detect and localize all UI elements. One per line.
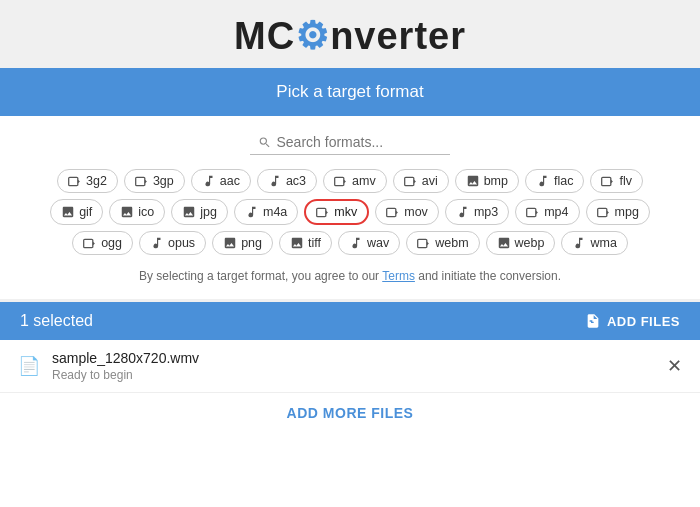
- terms-text: By selecting a target format, you agree …: [0, 261, 700, 287]
- add-files-button[interactable]: ADD FILES: [585, 313, 680, 329]
- search-icon: [258, 135, 272, 150]
- svg-rect-14: [527, 208, 536, 216]
- format-icon-tiff: [290, 236, 304, 250]
- format-label-3g2: 3g2: [86, 174, 107, 188]
- svg-rect-12: [387, 208, 396, 216]
- format-chip-webp[interactable]: webp: [486, 231, 556, 255]
- format-chip-flv[interactable]: flv: [590, 169, 643, 193]
- file-icon: 📄: [18, 355, 40, 377]
- format-label-m4a: m4a: [263, 205, 287, 219]
- svg-rect-6: [404, 177, 413, 185]
- svg-marker-17: [606, 210, 608, 214]
- format-label-tiff: tiff: [308, 236, 321, 250]
- format-label-ac3: ac3: [286, 174, 306, 188]
- svg-marker-19: [93, 241, 95, 245]
- format-chip-ico[interactable]: ico: [109, 199, 165, 225]
- format-label-mp4: mp4: [544, 205, 568, 219]
- app-header: MC⚙nverter: [0, 0, 700, 68]
- format-label-jpg: jpg: [200, 205, 217, 219]
- add-more-files-button[interactable]: ADD MORE FILES: [287, 405, 414, 421]
- title-text-right: nverter: [330, 15, 466, 57]
- format-panel-title: Pick a target format: [276, 82, 423, 101]
- format-icon-gif: [61, 205, 75, 219]
- svg-marker-5: [344, 179, 346, 183]
- format-chip-tiff[interactable]: tiff: [279, 231, 332, 255]
- terms-before: By selecting a target format, you agree …: [139, 269, 382, 283]
- format-icon-ac3: [268, 174, 282, 188]
- format-label-bmp: bmp: [484, 174, 508, 188]
- format-chip-gif[interactable]: gif: [50, 199, 103, 225]
- format-icon-flac: [536, 174, 550, 188]
- format-label-webp: webp: [515, 236, 545, 250]
- format-chip-avi[interactable]: avi: [393, 169, 449, 193]
- format-label-png: png: [241, 236, 262, 250]
- format-chip-aac[interactable]: aac: [191, 169, 251, 193]
- format-chip-mp3[interactable]: mp3: [445, 199, 509, 225]
- search-input[interactable]: [277, 134, 443, 150]
- format-icon-bmp: [466, 174, 480, 188]
- format-chip-mpg[interactable]: mpg: [586, 199, 650, 225]
- format-chip-wma[interactable]: wma: [561, 231, 627, 255]
- format-chip-flac[interactable]: flac: [525, 169, 584, 193]
- app-title: MC⚙nverter: [0, 14, 700, 58]
- format-icon-avi: [404, 174, 418, 188]
- format-chip-mov[interactable]: mov: [375, 199, 439, 225]
- format-chip-mkv[interactable]: mkv: [304, 199, 369, 225]
- format-chip-ogg[interactable]: ogg: [72, 231, 133, 255]
- terms-link[interactable]: Terms: [382, 269, 415, 283]
- format-label-amv: amv: [352, 174, 376, 188]
- file-info: sample_1280x720.wmv Ready to begin: [52, 350, 667, 382]
- format-icon-webp: [497, 236, 511, 250]
- format-panel-header: Pick a target format: [0, 68, 700, 116]
- format-chip-3gp[interactable]: 3gp: [124, 169, 185, 193]
- format-icon-aac: [202, 174, 216, 188]
- format-chip-ac3[interactable]: ac3: [257, 169, 317, 193]
- format-icon-mp3: [456, 205, 470, 219]
- add-files-label: ADD FILES: [607, 314, 680, 329]
- format-label-mp3: mp3: [474, 205, 498, 219]
- svg-rect-0: [69, 177, 78, 185]
- svg-rect-8: [602, 177, 611, 185]
- file-remove-button[interactable]: ✕: [667, 355, 682, 377]
- format-icon-mov: [386, 205, 400, 219]
- format-label-mov: mov: [404, 205, 428, 219]
- format-chip-3g2[interactable]: 3g2: [57, 169, 118, 193]
- format-panel: Pick a target format 3g23gpaacac3amvavib…: [0, 68, 700, 299]
- format-chip-opus[interactable]: opus: [139, 231, 206, 255]
- add-files-icon: [585, 313, 601, 329]
- format-icon-mkv: [316, 205, 330, 219]
- format-chip-webm[interactable]: webm: [406, 231, 479, 255]
- svg-rect-4: [335, 177, 344, 185]
- format-label-webm: webm: [435, 236, 468, 250]
- file-status: Ready to begin: [52, 368, 667, 382]
- format-icon-png: [223, 236, 237, 250]
- format-icon-jpg: [182, 205, 196, 219]
- svg-rect-20: [418, 239, 427, 247]
- selected-count: 1 selected: [20, 312, 93, 330]
- format-chip-mp4[interactable]: mp4: [515, 199, 579, 225]
- format-icon-amv: [334, 174, 348, 188]
- format-chip-wav[interactable]: wav: [338, 231, 400, 255]
- terms-after: and initiate the conversion.: [415, 269, 561, 283]
- format-label-wma: wma: [590, 236, 616, 250]
- file-panel-header: 1 selected ADD FILES: [0, 302, 700, 340]
- format-icon-webm: [417, 236, 431, 250]
- format-chip-jpg[interactable]: jpg: [171, 199, 228, 225]
- format-icon-opus: [150, 236, 164, 250]
- format-icon-3g2: [68, 174, 82, 188]
- format-chip-amv[interactable]: amv: [323, 169, 387, 193]
- format-chip-m4a[interactable]: m4a: [234, 199, 298, 225]
- svg-marker-1: [78, 179, 80, 183]
- file-panel: 1 selected ADD FILES 📄 sample_1280x720.w…: [0, 299, 700, 507]
- format-icon-ico: [120, 205, 134, 219]
- format-chip-bmp[interactable]: bmp: [455, 169, 519, 193]
- gear-icon: ⚙: [295, 14, 330, 58]
- svg-marker-15: [536, 210, 538, 214]
- svg-marker-11: [326, 210, 328, 214]
- svg-rect-16: [597, 208, 606, 216]
- add-more-section: ADD MORE FILES: [0, 393, 700, 433]
- search-box: [250, 130, 450, 155]
- format-label-mpg: mpg: [615, 205, 639, 219]
- format-chip-png[interactable]: png: [212, 231, 273, 255]
- format-label-mkv: mkv: [334, 205, 357, 219]
